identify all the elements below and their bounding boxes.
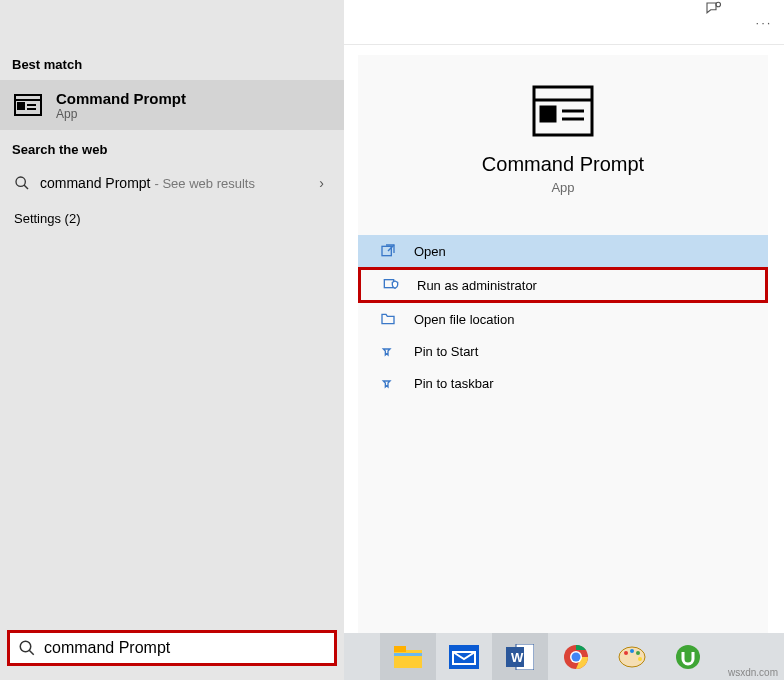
action-pin-to-taskbar[interactable]: Pin to taskbar [358, 367, 768, 399]
web-search-hint: - See web results [154, 176, 254, 191]
search-input-container[interactable] [7, 630, 337, 666]
svg-rect-19 [394, 646, 406, 652]
best-match-header: Best match [0, 45, 344, 80]
detail-app-icon [358, 55, 768, 137]
action-open-file-location[interactable]: Open file location [358, 303, 768, 335]
search-icon [14, 175, 30, 191]
detail-title: Command Prompt [358, 153, 768, 176]
taskbar-paint[interactable] [604, 633, 660, 680]
svg-point-0 [716, 2, 721, 7]
best-match-result[interactable]: Command Prompt App [0, 80, 344, 130]
taskbar-chrome[interactable] [548, 633, 604, 680]
settings-results-header[interactable]: Settings (2) [0, 201, 344, 236]
svg-point-29 [624, 651, 628, 655]
svg-rect-3 [18, 103, 24, 109]
web-search-result[interactable]: command Prompt - See web results › [0, 165, 344, 201]
svg-text:W: W [511, 650, 524, 665]
svg-line-7 [24, 185, 28, 189]
svg-point-27 [572, 652, 581, 661]
action-pin-to-start[interactable]: Pin to Start [358, 335, 768, 367]
svg-point-6 [16, 177, 25, 186]
svg-point-32 [638, 657, 642, 661]
action-pin-start-label: Pin to Start [414, 344, 478, 359]
action-open[interactable]: Open [358, 235, 768, 267]
taskbar-word[interactable]: W [492, 633, 548, 680]
svg-rect-18 [394, 650, 422, 668]
chevron-right-icon: › [319, 175, 330, 191]
more-options-icon[interactable]: ··· [744, 0, 784, 45]
command-prompt-icon [14, 94, 42, 116]
svg-rect-20 [394, 653, 422, 656]
best-match-title: Command Prompt [56, 90, 186, 107]
pin-icon [380, 375, 400, 391]
best-match-subtitle: App [56, 107, 186, 121]
svg-point-16 [20, 641, 31, 652]
taskbar: W wsxdn.com [344, 633, 784, 680]
search-results-pane: Best match Command Prompt App Search the… [0, 0, 344, 680]
svg-rect-10 [541, 107, 555, 121]
folder-icon [380, 311, 400, 327]
open-icon [380, 243, 400, 259]
shield-icon [383, 277, 403, 293]
search-web-header: Search the web [0, 130, 344, 165]
search-input[interactable] [44, 639, 326, 657]
search-icon [18, 639, 36, 657]
web-search-query: command Prompt [40, 175, 150, 191]
watermark: wsxdn.com [728, 667, 778, 678]
action-open-label: Open [414, 244, 446, 259]
taskbar-file-explorer[interactable] [380, 633, 436, 680]
feedback-icon[interactable] [704, 0, 744, 45]
action-run-administrator[interactable]: Run as administrator [358, 267, 768, 303]
detail-subtitle: App [358, 180, 768, 195]
svg-line-17 [29, 650, 34, 655]
svg-rect-13 [382, 246, 391, 255]
action-pin-taskbar-label: Pin to taskbar [414, 376, 494, 391]
result-detail-pane: Command Prompt App Open Run as administr… [358, 55, 768, 633]
action-open-location-label: Open file location [414, 312, 514, 327]
detail-actions: Open Run as administrator Open file loca… [358, 235, 768, 399]
pin-icon [380, 343, 400, 359]
svg-point-31 [636, 651, 640, 655]
taskbar-utorrent[interactable] [660, 633, 716, 680]
svg-point-30 [630, 649, 634, 653]
taskbar-mail[interactable] [436, 633, 492, 680]
action-run-admin-label: Run as administrator [417, 278, 537, 293]
